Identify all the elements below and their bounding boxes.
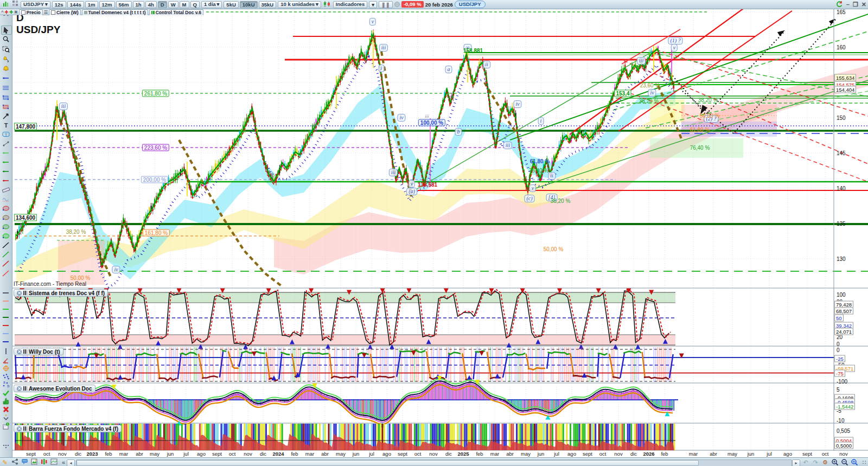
tab-usdjpy[interactable]: USD/JPY xyxy=(455,1,486,8)
line-red-icon[interactable] xyxy=(1,260,11,268)
timeframe-D[interactable]: D xyxy=(158,1,167,8)
connector-icon[interactable] xyxy=(1,140,11,148)
snapshot-icon[interactable] xyxy=(29,458,39,466)
fib-tool-icon[interactable] xyxy=(1,84,11,92)
tab-precio[interactable]: Precio xyxy=(19,9,43,15)
angle-icon[interactable] xyxy=(1,356,11,365)
timeframe-56m[interactable]: 56m xyxy=(116,1,132,8)
zoom-select-icon[interactable] xyxy=(830,458,840,466)
quantity-35kU[interactable]: 35kU xyxy=(259,1,277,8)
target-icon[interactable] xyxy=(1,365,11,373)
tab-tunel[interactable]: Tunel Domenec v4 (t t t t t) xyxy=(82,9,148,15)
alert-price-icon[interactable] xyxy=(1,74,11,82)
app-chart-icon[interactable] xyxy=(2,1,10,8)
timeframe-1m[interactable]: 1m xyxy=(85,1,98,8)
quantity-10kU[interactable]: 10kU xyxy=(240,1,258,8)
timeframe-W[interactable]: W xyxy=(168,1,178,8)
timeframe-12m[interactable]: 12m xyxy=(99,1,115,8)
hline-darkblue-icon[interactable] xyxy=(1,338,11,346)
list-icon[interactable]: ☰ xyxy=(44,10,48,15)
indicators-button[interactable]: Indicadores xyxy=(333,1,367,8)
hline-lightblue-icon[interactable] xyxy=(1,330,11,338)
ellipse-red-icon[interactable] xyxy=(1,205,11,213)
check-icon[interactable] xyxy=(1,389,11,397)
line-red-2-icon[interactable] xyxy=(1,270,11,278)
pause-button[interactable]: ❚❚ xyxy=(379,1,393,8)
interval-selector[interactable]: 1 día▾ xyxy=(201,1,222,8)
refresh-icon[interactable] xyxy=(835,1,843,9)
collapse-panel-arrow[interactable]: ^ xyxy=(1,10,4,15)
hline-green-3-icon[interactable] xyxy=(1,168,11,176)
share-icon[interactable] xyxy=(10,458,20,466)
ellipse-green-icon[interactable] xyxy=(1,223,11,231)
indicators-icon[interactable] xyxy=(39,458,49,466)
quantity-5kU[interactable]: 5kU xyxy=(224,1,238,8)
scroll-left-button[interactable]: ◂ xyxy=(67,459,75,466)
hline-green-2-icon[interactable] xyxy=(1,158,11,167)
undo-icon[interactable]: ↶ xyxy=(801,458,810,466)
timeframe-1h[interactable]: 1h xyxy=(133,1,144,8)
points-labels-icon[interactable]: ba xyxy=(1,381,11,389)
points-blue-icon[interactable] xyxy=(1,373,11,381)
timeframe-4h[interactable]: 4h xyxy=(145,1,157,8)
timeframe-Q[interactable]: Q xyxy=(190,1,200,8)
pattern-icon[interactable] xyxy=(1,195,11,203)
tab-control-total[interactable]: Control Total Doc v.6 xyxy=(149,9,203,15)
close-button[interactable]: ✕ xyxy=(861,1,866,8)
tab-cierre[interactable]: Cierre (W) xyxy=(49,9,81,15)
layout-grid-icon[interactable] xyxy=(11,1,19,8)
timeframe-144s[interactable]: 144s xyxy=(67,1,84,8)
ruler-icon[interactable] xyxy=(1,186,11,194)
hline-salmon-icon[interactable] xyxy=(1,297,11,305)
trend-arrow-icon[interactable] xyxy=(1,112,11,120)
zoom-in-icon[interactable] xyxy=(850,458,859,466)
text-bubble-icon[interactable]: T xyxy=(1,131,11,139)
line-green-icon[interactable] xyxy=(1,251,11,259)
rect-blue-icon[interactable] xyxy=(1,94,11,102)
package-icon[interactable]: 1 xyxy=(1,422,11,430)
hline-green-1-icon[interactable] xyxy=(1,149,11,157)
hline-darkgreen-icon[interactable] xyxy=(1,314,11,322)
zoom-icon[interactable] xyxy=(1,35,11,43)
ellipse-green-2-icon[interactable] xyxy=(1,232,11,240)
more-dots-icon[interactable]: ∷ xyxy=(859,458,868,466)
text-icon[interactable]: T xyxy=(1,122,11,130)
symbol-selector[interactable]: USDJPY▾ xyxy=(21,1,50,8)
redo-icon[interactable]: ↷ xyxy=(810,458,820,466)
ellipse-brown-icon[interactable] xyxy=(1,214,11,222)
ellipsis-icon[interactable] xyxy=(1,442,11,450)
horizontal-scrollbar[interactable] xyxy=(76,459,792,466)
scrollbar-thumb[interactable] xyxy=(76,460,699,466)
restore-button[interactable]: ❐ xyxy=(853,1,858,8)
chat-icon[interactable] xyxy=(20,458,29,466)
hline-red-1-icon[interactable] xyxy=(1,177,11,185)
thumb-up-icon[interactable] xyxy=(1,397,11,405)
chart-window-icon[interactable] xyxy=(49,458,59,466)
vline-icon[interactable] xyxy=(1,347,11,355)
minimize-button[interactable]: – xyxy=(846,1,850,8)
hline-green-icon[interactable] xyxy=(1,305,11,314)
line-black-icon[interactable] xyxy=(1,241,11,250)
add-red-button[interactable]: ✚ xyxy=(5,10,9,15)
hline-gray-icon[interactable] xyxy=(1,289,11,297)
alert-pointer-icon[interactable] xyxy=(1,55,11,63)
units-selector[interactable]: 10 k unidades▾ xyxy=(278,1,321,8)
close-tab-button[interactable]: ✖ xyxy=(14,10,18,15)
timeframe-12s[interactable]: 12s xyxy=(52,1,66,8)
chart-canvas[interactable] xyxy=(0,0,868,466)
settings-icon[interactable]: ⚙ xyxy=(820,458,830,466)
record-dot-icon[interactable] xyxy=(394,2,400,7)
rect-red-icon[interactable] xyxy=(1,103,11,111)
add-green-button[interactable]: ✚ xyxy=(9,10,13,15)
x-mark-icon[interactable] xyxy=(1,405,11,413)
hline-red-icon[interactable] xyxy=(1,322,11,330)
timeframe-M[interactable]: M xyxy=(180,1,189,8)
indicators-dropdown[interactable]: ▾ xyxy=(369,1,377,8)
scroll-right-button[interactable]: ▸ xyxy=(792,459,800,466)
zoom-out-icon[interactable] xyxy=(840,458,850,466)
chevron-down-icon[interactable] xyxy=(1,413,11,422)
alert-icon[interactable] xyxy=(1,65,11,73)
draw-pencil-icon[interactable]: ✎ xyxy=(0,458,10,466)
zoom-area-icon[interactable] xyxy=(1,45,11,53)
pointer-icon[interactable] xyxy=(1,25,12,35)
